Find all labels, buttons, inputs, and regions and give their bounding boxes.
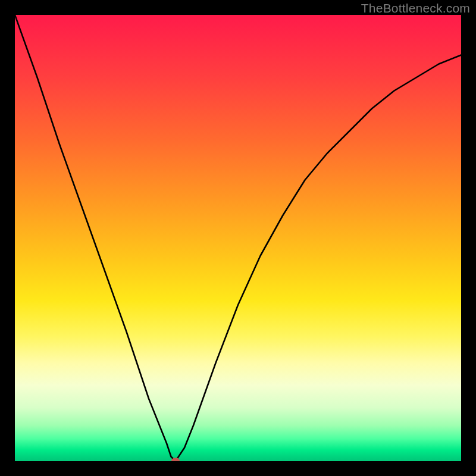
bottleneck-curve: [15, 15, 461, 461]
chart-stage: TheBottleneck.com: [0, 0, 476, 476]
watermark-text: TheBottleneck.com: [361, 1, 470, 15]
minimum-marker: [171, 458, 180, 462]
curve-path: [15, 15, 461, 461]
plot-area: [15, 15, 461, 461]
